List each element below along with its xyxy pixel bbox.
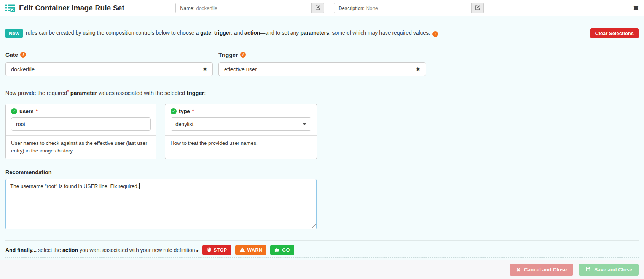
info-icon[interactable]: i (20, 52, 26, 58)
recommendation-text: The username "root" is found in USER lin… (10, 183, 139, 189)
parameter-card-type: ✓ type* denylist How to treat the provid… (165, 104, 317, 159)
button-label: Save and Close (594, 267, 632, 273)
parameter-control (11, 117, 151, 131)
trigger-field-group: Trigger i effective user ✖ (218, 51, 426, 76)
parameter-name: type (179, 108, 190, 114)
composition-controls: Gate i dockerfile ✖ Trigger i effective … (5, 46, 639, 76)
edit-name-button[interactable] (312, 3, 324, 13)
description-label: Description: (338, 5, 365, 11)
gate-select[interactable]: dockerfile ✖ (5, 62, 213, 76)
action-selection-row: And finally... select the action you wan… (5, 241, 639, 258)
caret-down-icon (303, 123, 306, 125)
page-title: Edit Container Image Rule Set (19, 4, 124, 12)
new-badge: New (5, 29, 23, 38)
clear-gate-icon[interactable]: ✖ (203, 66, 207, 72)
modal-footer: ✖ Cancel and Close Save and Close (0, 260, 644, 279)
caret-right-icon: ▸ (197, 248, 199, 253)
rule-set-list-edit-icon (5, 4, 15, 12)
save-floppy-icon (585, 266, 591, 273)
trigger-select[interactable]: effective user ✖ (218, 62, 426, 76)
button-label: STOP (214, 247, 227, 253)
save-and-close-button[interactable]: Save and Close (579, 264, 639, 276)
clear-selections-button[interactable]: Clear Selections (590, 28, 639, 38)
gate-value: dockerfile (11, 66, 35, 72)
resize-handle-icon[interactable] (311, 224, 316, 229)
parameter-control: denylist (171, 117, 311, 131)
rule-set-name-group: Name: dockerfile (175, 3, 324, 13)
parameter-card-header: ✓ type* (165, 104, 317, 114)
recommendation-textarea[interactable]: The username "root" is found in USER lin… (5, 179, 317, 229)
name-label: Name: (180, 5, 194, 11)
parameter-name: users (19, 108, 33, 114)
check-circle-icon: ✓ (11, 108, 17, 114)
trigger-label: Trigger i (218, 51, 426, 58)
required-asterisk: * (36, 109, 38, 114)
required-asterisk: * (67, 89, 69, 95)
type-select[interactable]: denylist (171, 117, 311, 131)
go-action-button[interactable]: GO (270, 245, 294, 255)
required-asterisk: * (192, 109, 194, 114)
button-label: WARN (247, 247, 263, 253)
button-label: GO (282, 247, 290, 253)
divider (5, 83, 639, 83)
edit-icon (475, 5, 480, 11)
rule-set-description-display[interactable]: Description: None (334, 3, 472, 13)
parameter-description: User names to check against as the effec… (6, 135, 156, 159)
parameter-cards: ✓ users* User names to check against as … (5, 104, 639, 159)
gate-label: Gate i (5, 51, 213, 58)
edit-description-button[interactable] (472, 3, 484, 13)
warn-action-button[interactable]: WARN (235, 245, 267, 255)
description-value: None (366, 5, 378, 11)
gate-field-group: Gate i dockerfile ✖ (5, 51, 213, 76)
clear-trigger-icon[interactable]: ✖ (416, 66, 420, 72)
thumbs-up-icon (274, 247, 280, 253)
users-input[interactable] (11, 117, 151, 131)
instructions-banner: New rules can be created by using the co… (5, 16, 639, 38)
rule-set-description-group: Description: None (334, 3, 484, 13)
rule-set-name-display[interactable]: Name: dockerfile (175, 3, 312, 13)
info-icon[interactable]: i (240, 52, 246, 58)
type-value: denylist (175, 121, 193, 127)
parameter-card-header: ✓ users* (6, 104, 156, 114)
modal-body: New rules can be created by using the co… (0, 16, 644, 260)
cancel-and-close-button[interactable]: ✖ Cancel and Close (510, 264, 573, 276)
parameter-card-users: ✓ users* User names to check against as … (5, 104, 156, 159)
recommendation-label: Recommendation (5, 169, 639, 175)
check-circle-icon: ✓ (171, 108, 177, 114)
action-intro: And finally... select the action you wan… (5, 247, 199, 253)
edit-icon (315, 5, 320, 11)
warning-triangle-icon (239, 247, 245, 253)
text-cursor (139, 183, 140, 189)
button-label: Cancel and Close (524, 267, 567, 273)
parameter-description: How to treat the provided user names. (165, 135, 317, 159)
close-x-icon: ✖ (516, 267, 520, 273)
modal-header: Edit Container Image Rule Set Name: dock… (0, 0, 644, 16)
trigger-value: effective user (224, 66, 257, 72)
stop-action-button[interactable]: STOP (202, 245, 231, 255)
info-icon[interactable]: i (432, 31, 438, 37)
banner-text: rules can be created by using the compos… (26, 30, 438, 37)
hand-stop-icon (207, 247, 211, 253)
parameters-intro: Now provide the required* parameter valu… (5, 89, 639, 96)
name-value: dockerfile (196, 5, 217, 11)
close-icon[interactable]: ✖ (633, 5, 639, 11)
